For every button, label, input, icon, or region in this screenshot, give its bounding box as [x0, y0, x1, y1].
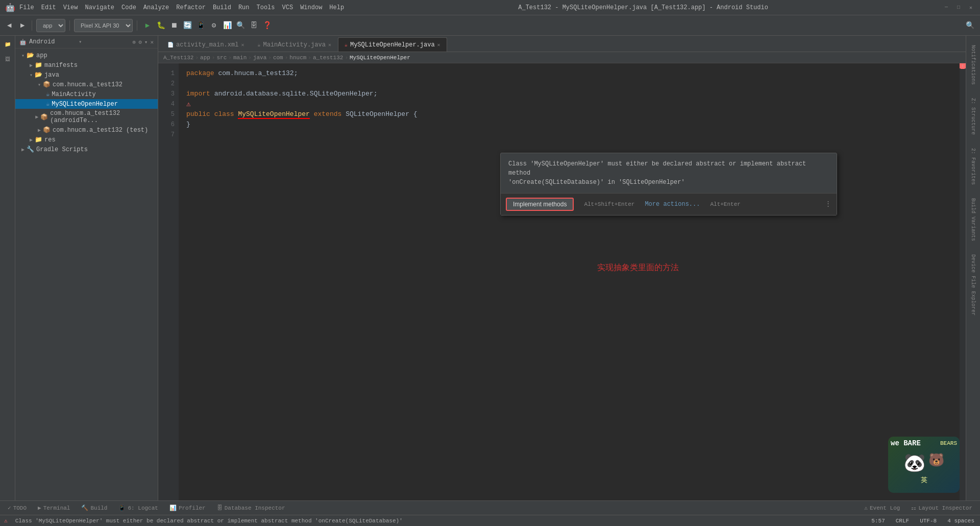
forward-button[interactable]: ▶	[17, 18, 28, 33]
minimize-button[interactable]: ─	[942, 4, 950, 12]
suggestion-message-line1: Class 'MySQLiteOpenHelper' must either b…	[508, 159, 829, 178]
implement-methods-button[interactable]: Implement methods	[506, 198, 574, 211]
bottom-toolbar: ✓ TODO ▶ Terminal 🔨 Build 📱 6: Logcat 📊 …	[0, 500, 980, 515]
menu-run[interactable]: Run	[238, 4, 250, 11]
menu-window[interactable]: Window	[300, 4, 322, 11]
menu-code[interactable]: Code	[121, 4, 136, 11]
tab-activity-main-close[interactable]: ✕	[241, 42, 244, 48]
sync-button[interactable]: 🔄	[181, 19, 193, 32]
run-button[interactable]: ▶	[141, 19, 154, 32]
tree-item-package-androidtest[interactable]: ▶ 📦 com.hnucm.a_test132 (androidTe...	[15, 109, 158, 125]
tree-item-app[interactable]: ▾ 📂 app	[15, 51, 158, 60]
database-button[interactable]: 🗄	[248, 19, 260, 32]
device-selector[interactable]: Pixel XL API 30	[74, 19, 133, 32]
project-close-icon[interactable]: ✕	[150, 39, 154, 45]
tree-item-package-main[interactable]: ▾ 📦 com.hnucm.a_test132	[15, 80, 158, 89]
tab-activity-main[interactable]: 📄 activity_main.xml ✕	[161, 37, 251, 52]
layout-inspector-button[interactable]: ⚏ Layout Inspector	[906, 502, 977, 514]
tree-item-manifests[interactable]: ▶ 📁 manifests	[15, 60, 158, 70]
notifications-panel-button[interactable]: Notifications	[969, 41, 977, 89]
menu-file[interactable]: File	[19, 4, 34, 11]
close-button[interactable]: ✕	[967, 4, 975, 12]
help-button[interactable]: ❓	[261, 19, 273, 32]
terminal-tab[interactable]: ▶ Terminal	[33, 502, 75, 514]
menu-help[interactable]: Help	[329, 4, 344, 11]
window-controls: ─ □ ✕	[942, 4, 975, 12]
more-actions-button[interactable]: More actions...	[645, 199, 700, 209]
tab-mainactivity[interactable]: ☕ MainActivity.java ✕	[251, 37, 337, 52]
breadcrumb-item-2[interactable]: src	[216, 55, 227, 61]
project-panel-icon[interactable]: 📁	[2, 38, 14, 51]
menu-view[interactable]: View	[63, 4, 78, 11]
menu-analyze[interactable]: Analyze	[143, 4, 169, 11]
build-tab[interactable]: 🔨 Build	[76, 502, 112, 514]
line-numbers: 1 2 3 4 5 6 7	[158, 63, 179, 500]
todo-tab[interactable]: ✓ TODO	[3, 502, 32, 514]
tab-mysqlite[interactable]: ☕ MySQLiteOpenHelper.java ✕	[338, 37, 447, 52]
project-settings-icon[interactable]: ⚙	[138, 39, 142, 45]
breadcrumb-item-4[interactable]: java	[253, 55, 266, 61]
cursor-position[interactable]: 5:57	[870, 518, 886, 524]
device-file-explorer-panel-button[interactable]: Device File Explorer	[969, 250, 977, 320]
sdk-button[interactable]: ⚙	[208, 19, 220, 32]
project-panel-header: 🤖 Android ▾ ⊕ ⚙ ▾ ✕	[15, 36, 158, 49]
tab-mainactivity-close[interactable]: ✕	[328, 42, 331, 48]
breadcrumb-item-1[interactable]: app	[200, 55, 210, 61]
code-content[interactable]: package com.hnucm.a_test132; import andr…	[179, 63, 960, 500]
breadcrumb-item-0[interactable]: A_Test132	[163, 55, 193, 61]
event-log-button[interactable]: ⚠ Event Log	[859, 502, 905, 514]
breadcrumb: A_Test132 › app › src › main › java › co…	[158, 52, 966, 63]
app-selector[interactable]: app	[36, 19, 65, 32]
tree-item-mainactivity[interactable]: ☕ MainActivity	[15, 89, 158, 99]
line-1: 1	[158, 68, 175, 79]
resource-manager-icon[interactable]: 🖼	[2, 53, 14, 65]
profiler-tab[interactable]: 📊 Profiler	[164, 502, 211, 514]
line-ending[interactable]: CRLF	[894, 518, 911, 524]
tree-item-package-test[interactable]: ▶ 📦 com.hnucm.a_test132 (test)	[15, 125, 158, 135]
breadcrumb-item-3[interactable]: main	[233, 55, 247, 61]
tree-item-res[interactable]: ▶ 📁 res	[15, 135, 158, 145]
search-everywhere-button[interactable]: 🔍	[964, 19, 976, 32]
debug-button[interactable]: 🐛	[155, 19, 167, 32]
menu-tools[interactable]: Tools	[257, 4, 275, 11]
stop-button[interactable]: ⏹	[168, 19, 180, 32]
menu-edit[interactable]: Edit	[41, 4, 56, 11]
error-bulb-icon[interactable]: ⚠	[186, 100, 190, 108]
package-icon: 📦	[43, 81, 51, 88]
breadcrumb-item-5[interactable]: com	[273, 55, 283, 61]
code-line-3: import android.database.sqlite.SQLiteOpe…	[186, 89, 952, 99]
build-variants-panel-button[interactable]: Build Variants	[969, 194, 977, 245]
menu-vcs[interactable]: VCS	[282, 4, 293, 11]
tree-item-mysqlite[interactable]: ☕ MySQLiteOpenHelper	[15, 99, 158, 109]
encoding[interactable]: UTF-8	[918, 518, 938, 524]
project-dropdown-icon[interactable]: ▾	[79, 39, 82, 45]
database-inspector-tab[interactable]: 🗄 Database Inspector	[212, 502, 290, 514]
project-collapse-icon[interactable]: ▾	[144, 39, 148, 45]
line-2: 2	[158, 79, 175, 89]
tree-item-gradle[interactable]: ▶ 🔧 Gradle Scripts	[15, 145, 158, 154]
tree-label-app: app	[36, 52, 47, 59]
layout-inspect-button[interactable]: 🔍	[234, 19, 247, 32]
breadcrumb-item-8[interactable]: MySQLiteOpenHelper	[350, 55, 410, 61]
favorites-panel-button[interactable]: 2: Favorites	[969, 144, 977, 189]
breadcrumb-item-6[interactable]: hnucm	[289, 55, 306, 61]
profiler-button[interactable]: 📊	[221, 19, 233, 32]
structure-panel-button[interactable]: Z: Structure	[969, 94, 977, 139]
indent-setting[interactable]: 4 spaces	[946, 518, 976, 524]
suggestion-kebab-menu[interactable]: ⋮	[825, 199, 831, 209]
logcat-tab[interactable]: 📱 6: Logcat	[113, 502, 163, 514]
tree-item-java[interactable]: ▾ 📂 java	[15, 70, 158, 80]
project-new-icon[interactable]: ⊕	[133, 39, 136, 45]
menu-build[interactable]: Build	[213, 4, 231, 11]
menu-navigate[interactable]: Navigate	[85, 4, 114, 11]
breadcrumb-item-7[interactable]: a_test132	[313, 55, 343, 61]
tree-arrow-gradle: ▶	[21, 147, 24, 153]
tree-arrow-java: ▾	[30, 72, 33, 78]
back-button[interactable]: ◀	[4, 18, 14, 33]
tab-mysqlite-label: MySQLiteOpenHelper.java	[350, 41, 435, 49]
maximize-button[interactable]: □	[954, 4, 963, 12]
menu-refactor[interactable]: Refactor	[176, 4, 206, 11]
tab-mysqlite-close[interactable]: ✕	[437, 42, 440, 48]
avd-button[interactable]: 📱	[194, 19, 207, 32]
tree-arrow-res: ▶	[30, 137, 33, 143]
